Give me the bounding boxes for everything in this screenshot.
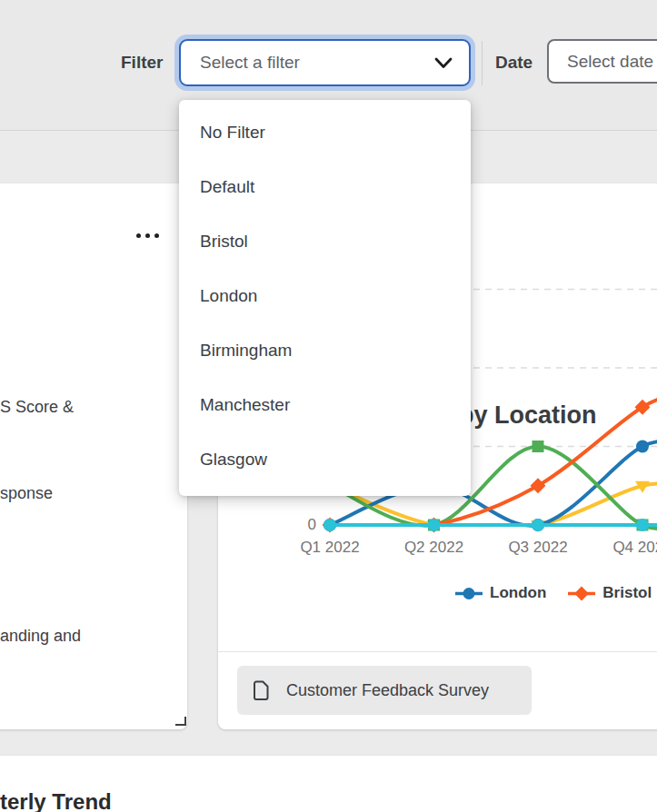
legend-label: London bbox=[490, 584, 546, 602]
document-icon bbox=[253, 680, 270, 700]
bottom-section-heading: terly Trend bbox=[0, 789, 112, 812]
resize-handle-icon[interactable] bbox=[175, 717, 186, 726]
toolbar-divider bbox=[482, 41, 483, 85]
filter-label: Filter bbox=[121, 53, 163, 73]
filter-option-london[interactable]: London bbox=[179, 269, 471, 323]
chart-legend: LondonBristol bbox=[455, 584, 652, 602]
filter-option-manchester[interactable]: Manchester bbox=[179, 378, 471, 432]
footer-button-label: Customer Feedback Survey bbox=[286, 681, 489, 700]
filter-option-default[interactable]: Default bbox=[179, 160, 471, 214]
legend-item-london: London bbox=[455, 584, 546, 602]
date-input-value: Select date bbox=[567, 52, 653, 72]
date-input[interactable]: Select date bbox=[547, 39, 657, 84]
x-axis-tick-label: Q1 2022 bbox=[300, 539, 359, 557]
legend-marker-icon bbox=[455, 586, 483, 601]
customer-feedback-survey-button[interactable]: Customer Feedback Survey bbox=[237, 666, 532, 715]
filter-option-bristol[interactable]: Bristol bbox=[179, 214, 471, 269]
date-label: Date bbox=[495, 53, 533, 73]
left-card-text-line: anding and bbox=[0, 627, 81, 646]
filter-option-no-filter[interactable]: No Filter bbox=[179, 105, 471, 160]
filter-option-birmingham[interactable]: Birmingham bbox=[179, 323, 471, 378]
x-axis-tick-label: Q2 2022 bbox=[404, 539, 463, 557]
filter-dropdown-menu: No FilterDefaultBristolLondonBirminghamM… bbox=[179, 100, 471, 496]
filter-option-glasgow[interactable]: Glasgow bbox=[179, 432, 471, 487]
filter-select[interactable]: Select a filter bbox=[179, 39, 471, 86]
y-axis-tick-label: 0 bbox=[300, 516, 316, 534]
filter-select-value: Select a filter bbox=[200, 53, 300, 73]
card-footer-divider bbox=[218, 651, 657, 652]
left-text-card: S Score & sponse anding and bbox=[0, 183, 187, 729]
legend-label: Bristol bbox=[602, 584, 652, 602]
x-axis-tick-label: Q4 2022 bbox=[612, 539, 657, 557]
legend-item-bristol: Bristol bbox=[568, 584, 652, 602]
x-axis-tick-label: Q3 2022 bbox=[508, 539, 567, 557]
left-card-text-line: sponse bbox=[0, 484, 53, 503]
bottom-section-card: terly Trend bbox=[0, 756, 657, 812]
left-card-text-line: S Score & bbox=[0, 398, 74, 417]
chevron-down-icon bbox=[434, 57, 453, 69]
legend-marker-icon bbox=[568, 586, 595, 601]
dashboard-page: { "filter_bar": { "filter_label": "Filte… bbox=[0, 0, 657, 812]
ellipsis-menu-icon[interactable] bbox=[134, 232, 161, 240]
